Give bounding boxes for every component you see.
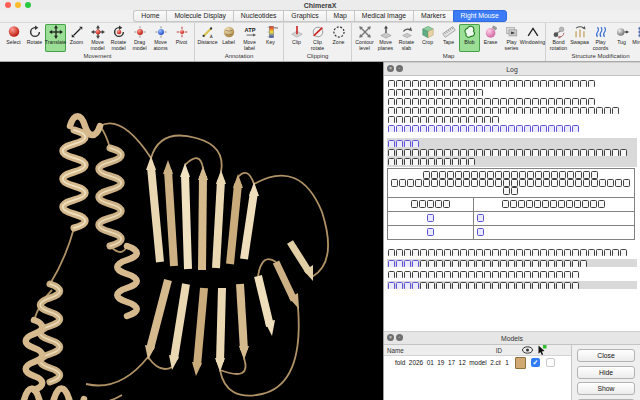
log-link-glyph-box[interactable] <box>524 125 531 132</box>
log-link-glyph-box[interactable] <box>404 282 411 289</box>
zoom-window-button[interactable] <box>25 2 31 8</box>
log-link-glyph-box[interactable] <box>396 125 403 132</box>
close-window-button[interactable] <box>5 2 11 8</box>
model-shown-checkbox[interactable]: ✓ <box>531 358 540 367</box>
log-panel-titlebar[interactable]: × ◦ Log <box>384 62 640 76</box>
tab-home[interactable]: Home <box>133 10 166 23</box>
toolbar-button-play-series[interactable]: Play series <box>501 24 522 52</box>
graphics-viewport[interactable] <box>0 62 383 400</box>
log-link-glyph-box[interactable] <box>540 125 547 132</box>
log-link-glyph-box[interactable] <box>452 125 459 132</box>
tab-molecule-display[interactable]: Molecule Display <box>166 10 232 23</box>
log-link-glyph-box[interactable] <box>404 125 411 132</box>
log-link-glyph-box[interactable] <box>388 282 395 289</box>
toolbar-button-bond-rotation[interactable]: Bond rotation <box>548 24 569 52</box>
model-color-swatch[interactable] <box>515 357 526 369</box>
models-close-icon[interactable]: × <box>387 334 394 341</box>
log-close-icon[interactable]: × <box>387 65 394 72</box>
log-link-glyph-box[interactable] <box>477 228 484 236</box>
toolbar-button-key[interactable]: maxKey <box>260 24 281 52</box>
toolbar-button-clip[interactable]: Clip <box>286 24 307 52</box>
log-link-glyph-box[interactable] <box>427 214 434 222</box>
tab-nucleotides[interactable]: Nucleotides <box>233 10 284 23</box>
model-selected-checkbox[interactable] <box>546 358 555 367</box>
toolbar-button-move-model[interactable]: Move model <box>87 24 108 52</box>
toolbar-button-tug[interactable]: Tug <box>611 24 632 52</box>
tab-medical-image[interactable]: Medical Image <box>354 10 413 23</box>
minimize-window-button[interactable] <box>15 2 21 8</box>
toolbar-button-clip-rotate[interactable]: Clip rotate <box>307 24 328 52</box>
log-link-glyph-box[interactable] <box>564 125 571 132</box>
log-link-glyph-box[interactable] <box>420 125 427 132</box>
toolbar-button-rotate-model[interactable]: Rotate model <box>108 24 129 52</box>
log-link-glyph-box[interactable] <box>396 282 403 289</box>
log-glyph-box <box>580 249 587 256</box>
toolbar-button-distance[interactable]: ÅDistance <box>197 24 218 52</box>
log-link-glyph-box[interactable] <box>428 125 435 132</box>
show-button[interactable]: Show <box>577 382 635 395</box>
log-link-glyph-box[interactable] <box>404 260 411 267</box>
log-link-glyph-box[interactable] <box>444 125 451 132</box>
toolbar-button-select[interactable]: Select <box>3 24 24 52</box>
log-link-glyph-box[interactable] <box>492 125 499 132</box>
model-row[interactable]: fold_2026_01_19_17_12_model_2.cif 1 ✓ <box>384 356 571 369</box>
toolbar-button-move-planes[interactable]: Move planes <box>375 24 396 52</box>
toolbar-button-move-atoms[interactable]: Move atoms <box>150 24 171 52</box>
log-link-glyph-box[interactable] <box>412 260 419 267</box>
log-link-glyph-box[interactable] <box>508 125 515 132</box>
close-button[interactable]: Close <box>577 349 635 362</box>
log-link-glyph-box[interactable] <box>388 140 395 147</box>
log-content[interactable] <box>384 76 640 331</box>
toolbar-button-erase[interactable]: Erase <box>480 24 501 52</box>
column-header-name[interactable]: Name <box>384 347 493 354</box>
log-link-glyph-box[interactable] <box>532 125 539 132</box>
log-link-glyph-box[interactable] <box>556 125 563 132</box>
toolbar-button-move-label[interactable]: ATPMove label <box>239 24 260 52</box>
log-link-glyph-box[interactable] <box>388 260 395 267</box>
toolbar-button-zoom[interactable]: Zoom <box>66 24 87 52</box>
toolbar-button-translate[interactable]: Translate <box>45 24 66 52</box>
hide-button[interactable]: Hide <box>577 366 635 379</box>
toolbar-button-pivot[interactable]: Pivot <box>171 24 192 52</box>
toolbar-button-zone[interactable]: Zone <box>328 24 349 52</box>
log-link-glyph-box[interactable] <box>460 125 467 132</box>
toolbar-button-tape[interactable]: Tape <box>438 24 459 52</box>
toolbar-button-minimize[interactable]: Minimize <box>632 24 640 52</box>
tab-right-mouse[interactable]: Right Mouse <box>453 10 507 23</box>
log-link-glyph-box[interactable] <box>548 125 555 132</box>
log-link-glyph-box[interactable] <box>412 140 419 147</box>
log-link-glyph-box[interactable] <box>436 125 443 132</box>
log-link-glyph-box[interactable] <box>572 125 579 132</box>
toolbar-button-swapaa[interactable]: Swapaa <box>569 24 590 52</box>
log-link-glyph-box[interactable] <box>396 260 403 267</box>
models-panel-titlebar[interactable]: × ◦ Models <box>384 331 640 345</box>
log-link-glyph-box[interactable] <box>516 125 523 132</box>
column-header-id[interactable]: ID <box>493 347 505 354</box>
log-link-glyph-box[interactable] <box>396 140 403 147</box>
log-link-glyph-box[interactable] <box>412 125 419 132</box>
toolbar-button-rotate[interactable]: Rotate <box>24 24 45 52</box>
tab-graphics[interactable]: Graphics <box>283 10 325 23</box>
log-link-glyph-box[interactable] <box>484 125 491 132</box>
log-glyph-box <box>500 98 507 105</box>
log-link-glyph-box[interactable] <box>412 282 419 289</box>
toolbar-button-crop[interactable]: Crop <box>417 24 438 52</box>
toolbar-button-rotate-slab[interactable]: Rotate slab <box>396 24 417 52</box>
tab-markers[interactable]: Markers <box>413 10 453 23</box>
toolbar-button-windowing[interactable]: Windowing <box>522 24 543 52</box>
log-link-glyph-box[interactable] <box>468 125 475 132</box>
toolbar-button-play-coords[interactable]: Play coords <box>590 24 611 52</box>
toolbar-button-blob[interactable]: Blob <box>459 24 480 52</box>
log-link-glyph-box[interactable] <box>500 125 507 132</box>
models-float-icon[interactable]: ◦ <box>396 334 403 341</box>
log-link-glyph-box[interactable] <box>477 214 484 222</box>
tab-map[interactable]: Map <box>326 10 354 23</box>
log-link-glyph-box[interactable] <box>404 140 411 147</box>
log-float-icon[interactable]: ◦ <box>396 65 403 72</box>
toolbar-button-drag-model[interactable]: Drag model <box>129 24 150 52</box>
log-link-glyph-box[interactable] <box>388 125 395 132</box>
log-link-glyph-box[interactable] <box>476 125 483 132</box>
toolbar-button-label[interactable]: Label <box>218 24 239 52</box>
log-link-glyph-box[interactable] <box>427 228 434 236</box>
toolbar-button-contour-level[interactable]: Contour level <box>354 24 375 52</box>
